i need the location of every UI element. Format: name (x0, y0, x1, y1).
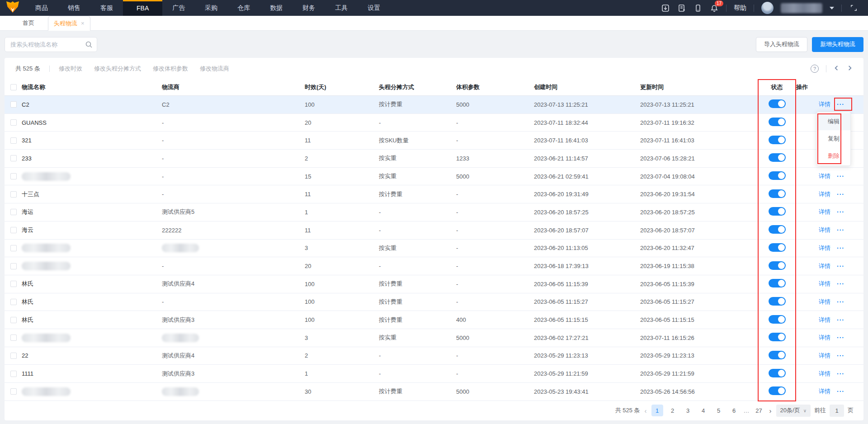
more-dots-icon[interactable]: ··· (837, 245, 844, 252)
nav-item-3[interactable]: 客服 (90, 0, 123, 16)
nav-item-8[interactable]: 数据 (260, 0, 292, 16)
more-dots-icon[interactable]: ··· (837, 208, 844, 216)
nav-item-4[interactable]: FBA (123, 0, 162, 16)
more-dots-icon[interactable]: ··· (837, 298, 844, 306)
page-prev-icon[interactable]: ‹ (644, 407, 648, 415)
app-logo[interactable] (0, 0, 25, 16)
status-toggle[interactable] (769, 189, 786, 198)
nav-item-7[interactable]: 仓库 (227, 0, 260, 16)
row-checkbox[interactable] (10, 299, 17, 305)
row-checkbox[interactable] (10, 371, 17, 377)
row-checkbox[interactable] (10, 173, 17, 179)
bulk-action-3[interactable]: 修改体积参数 (153, 65, 188, 73)
status-toggle[interactable] (769, 297, 786, 306)
detail-link[interactable]: 详情 (819, 226, 830, 234)
question-circle-icon[interactable]: ? (811, 65, 819, 73)
page-button-3[interactable]: 3 (682, 405, 694, 416)
row-checkbox[interactable] (10, 263, 17, 269)
page-button-6[interactable]: 6 (728, 405, 740, 416)
detail-link[interactable]: 详情 (819, 100, 830, 108)
row-checkbox[interactable] (10, 101, 17, 108)
bulk-action-1[interactable]: 修改时效 (59, 65, 82, 73)
status-toggle[interactable] (769, 99, 786, 108)
status-toggle[interactable] (769, 171, 786, 180)
more-dots-icon[interactable]: ··· (837, 370, 844, 377)
nav-item-11[interactable]: 设置 (358, 0, 390, 16)
row-checkbox[interactable] (10, 388, 17, 395)
status-toggle[interactable] (769, 118, 786, 126)
page-button-27[interactable]: 27 (753, 405, 765, 416)
detail-link[interactable]: 详情 (819, 172, 830, 180)
task-list-icon[interactable] (677, 4, 686, 13)
page-ellipsis[interactable]: … (744, 407, 750, 414)
status-toggle[interactable] (769, 225, 786, 234)
detail-link[interactable]: 详情 (819, 370, 830, 378)
detail-link[interactable]: 详情 (819, 387, 830, 396)
detail-link[interactable]: 详情 (819, 334, 830, 342)
row-checkbox[interactable] (10, 281, 17, 287)
select-all-checkbox[interactable] (10, 84, 17, 90)
status-toggle[interactable] (769, 369, 786, 377)
status-toggle[interactable] (769, 136, 786, 144)
nav-item-9[interactable]: 财务 (292, 0, 325, 16)
status-toggle[interactable] (769, 351, 786, 359)
row-checkbox[interactable] (10, 119, 17, 126)
detail-link[interactable]: 详情 (819, 244, 830, 252)
detail-link[interactable]: 详情 (819, 190, 830, 198)
more-dots-icon[interactable]: ··· (837, 101, 844, 108)
status-toggle[interactable] (769, 207, 786, 216)
row-checkbox[interactable] (10, 137, 17, 144)
goto-page-input[interactable]: 1 (830, 405, 844, 417)
chevron-left-icon[interactable] (834, 65, 840, 72)
bulk-action-4[interactable]: 修改物流商 (200, 65, 229, 73)
more-dots-icon[interactable]: ··· (837, 263, 844, 270)
search-input[interactable] (5, 37, 97, 52)
row-checkbox[interactable] (10, 227, 17, 233)
row-checkbox[interactable] (10, 353, 17, 359)
detail-link[interactable]: 详情 (819, 280, 830, 288)
nav-item-10[interactable]: 工具 (325, 0, 358, 16)
fullscreen-icon[interactable] (849, 4, 858, 13)
detail-link[interactable]: 详情 (819, 208, 830, 216)
more-dots-icon[interactable]: ··· (837, 173, 844, 180)
context-menu-item-1[interactable]: 编辑 (817, 113, 850, 130)
more-dots-icon[interactable]: ··· (837, 334, 844, 341)
row-checkbox[interactable] (10, 191, 17, 198)
row-checkbox[interactable] (10, 245, 17, 251)
row-checkbox[interactable] (10, 209, 17, 215)
more-dots-icon[interactable]: ··· (837, 388, 844, 395)
detail-link[interactable]: 详情 (819, 352, 830, 360)
status-toggle[interactable] (769, 153, 786, 162)
row-checkbox[interactable] (10, 334, 17, 341)
user-avatar[interactable] (761, 2, 774, 14)
more-dots-icon[interactable]: ··· (837, 226, 844, 234)
download-icon[interactable] (661, 4, 670, 13)
detail-link[interactable]: 详情 (819, 298, 830, 306)
tab-home[interactable]: 首页 (16, 16, 41, 30)
close-icon[interactable]: × (81, 20, 85, 27)
row-checkbox[interactable] (10, 317, 17, 323)
create-button[interactable]: 新增头程物流 (812, 37, 863, 52)
status-toggle[interactable] (769, 243, 786, 252)
status-toggle[interactable] (769, 261, 786, 270)
import-button[interactable]: 导入头程物流 (756, 37, 807, 52)
status-toggle[interactable] (769, 386, 786, 395)
page-next-icon[interactable]: › (769, 407, 773, 415)
caret-down-icon[interactable] (830, 7, 834, 9)
page-button-5[interactable]: 5 (713, 405, 725, 416)
page-button-4[interactable]: 4 (698, 405, 709, 416)
more-dots-icon[interactable]: ··· (837, 352, 844, 359)
search-icon[interactable] (85, 41, 93, 50)
status-toggle[interactable] (769, 333, 786, 341)
status-toggle[interactable] (769, 279, 786, 287)
page-button-2[interactable]: 2 (667, 405, 679, 416)
more-dots-icon[interactable]: ··· (837, 316, 844, 324)
status-toggle[interactable] (769, 315, 786, 324)
context-menu-item-3[interactable]: 删除 (817, 147, 850, 165)
row-checkbox[interactable] (10, 155, 17, 161)
nav-item-2[interactable]: 销售 (58, 0, 90, 16)
help-link[interactable]: 帮助 (734, 4, 746, 12)
bulk-action-2[interactable]: 修改头程分摊方式 (94, 65, 141, 73)
chevron-right-icon[interactable] (847, 65, 853, 72)
page-button-1[interactable]: 1 (651, 405, 663, 416)
